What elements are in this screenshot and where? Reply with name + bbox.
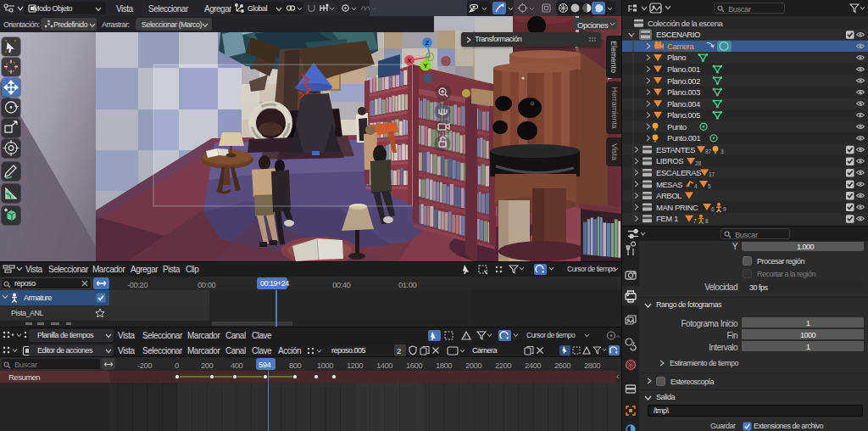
- svg-text:9: 9: [723, 206, 726, 212]
- svg-text:Punto.001: Punto.001: [667, 133, 700, 143]
- svg-text:Y: Y: [423, 62, 428, 70]
- svg-text:4: 4: [694, 183, 698, 189]
- svg-text:7: 7: [693, 218, 697, 224]
- svg-text:Plano.004: Plano.004: [667, 99, 700, 109]
- svg-text:6: 6: [711, 206, 715, 212]
- svg-text:Plano.003: Plano.003: [667, 87, 700, 97]
- svg-text:87: 87: [705, 148, 712, 154]
- svg-text:3: 3: [721, 148, 724, 154]
- svg-text:Punto: Punto: [667, 122, 687, 132]
- svg-text:Colección de la escena: Colección de la escena: [648, 19, 723, 28]
- svg-text:28: 28: [695, 160, 702, 166]
- svg-text:17: 17: [709, 171, 715, 177]
- svg-text:MAN PRINC: MAN PRINC: [656, 203, 698, 212]
- svg-text:!: !: [465, 333, 466, 339]
- svg-text:ESCENARIO: ESCENARIO: [656, 30, 700, 39]
- svg-text:ESTANTES: ESTANTES: [656, 145, 695, 154]
- svg-text:LIBROS: LIBROS: [656, 156, 683, 165]
- svg-text:MESAS: MESAS: [656, 180, 682, 189]
- svg-text:5: 5: [708, 183, 711, 189]
- svg-text:FEM 1: FEM 1: [656, 214, 678, 223]
- svg-text:ARBOL: ARBOL: [656, 191, 682, 200]
- svg-text:Camera: Camera: [667, 42, 694, 51]
- svg-text:Plano.005: Plano.005: [667, 110, 700, 120]
- svg-text:Plano: Plano: [667, 53, 686, 62]
- svg-text:Plano.002: Plano.002: [667, 76, 700, 86]
- svg-text:8: 8: [705, 218, 709, 224]
- svg-text:Plano.001: Plano.001: [667, 64, 700, 74]
- svg-text:X: X: [407, 57, 412, 64]
- svg-text:ESCALERAS: ESCALERAS: [656, 168, 701, 177]
- svg-text:Z: Z: [426, 39, 430, 47]
